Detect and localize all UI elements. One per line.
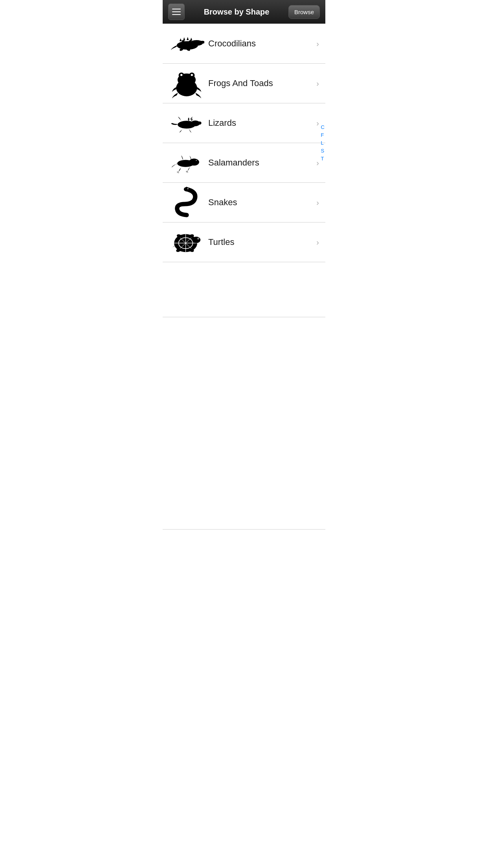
frogs-label: Frogs And Toads <box>208 78 313 88</box>
svg-point-17 <box>191 74 193 76</box>
svg-marker-7 <box>180 39 182 41</box>
list-item-frogs[interactable]: Frogs And Toads › <box>163 64 325 103</box>
category-list: Crocodilians › <box>163 24 325 262</box>
svg-point-24 <box>196 160 198 162</box>
svg-marker-8 <box>183 37 185 40</box>
index-letter-s[interactable]: S <box>321 147 325 154</box>
list-item-snakes[interactable]: Snakes › <box>163 183 325 223</box>
menu-button[interactable] <box>168 4 185 20</box>
svg-point-20 <box>198 121 202 125</box>
browse-button[interactable]: Browse <box>288 5 320 19</box>
svg-point-38 <box>192 237 200 243</box>
snake-icon <box>169 187 204 218</box>
salamander-icon <box>169 147 204 178</box>
svg-point-26 <box>184 187 189 191</box>
page-title: Browse by Shape <box>185 7 288 17</box>
index-letter-l[interactable]: L <box>321 139 325 146</box>
chevron-icon: › <box>316 79 319 88</box>
index-letter-t[interactable]: T <box>321 155 325 162</box>
chevron-icon: › <box>316 238 319 247</box>
index-letter-f[interactable]: F <box>321 131 325 138</box>
svg-point-23 <box>189 158 199 166</box>
turtle-icon <box>169 226 204 258</box>
index-letter-c[interactable]: C <box>321 123 325 131</box>
app-header: Browse by Shape Browse <box>163 0 325 24</box>
svg-point-31 <box>187 188 188 189</box>
turtles-label: Turtles <box>208 237 313 247</box>
salamanders-label: Salamanders <box>208 158 313 168</box>
menu-icon-line3 <box>172 14 181 15</box>
chevron-icon: › <box>316 39 319 48</box>
lizard-icon <box>169 107 204 139</box>
lizards-label: Lizards <box>208 118 313 128</box>
empty-area <box>163 317 325 474</box>
chevron-icon: › <box>316 198 319 207</box>
empty-section-2 <box>163 474 325 530</box>
menu-icon-line2 <box>172 11 181 12</box>
chevron-icon: › <box>316 158 319 167</box>
svg-point-11 <box>198 40 200 42</box>
svg-point-25 <box>196 160 197 161</box>
svg-point-44 <box>198 238 198 239</box>
chevron-icon: › <box>316 119 319 128</box>
svg-point-16 <box>180 74 182 76</box>
alphabetical-index: C F L S T <box>321 123 325 162</box>
list-item-lizards[interactable]: Lizards › <box>163 103 325 143</box>
svg-marker-10 <box>190 38 192 40</box>
list-item-crocodilians[interactable]: Crocodilians › <box>163 24 325 64</box>
crocodilian-icon <box>169 28 204 59</box>
menu-icon-line1 <box>172 9 181 9</box>
crocodilians-label: Crocodilians <box>208 39 313 49</box>
empty-section-1 <box>163 262 325 317</box>
snakes-label: Snakes <box>208 197 313 208</box>
list-item-salamanders[interactable]: Salamanders › <box>163 143 325 183</box>
list-item-turtles[interactable]: Turtles › <box>163 223 325 262</box>
frog-icon <box>169 68 204 99</box>
svg-marker-9 <box>187 37 189 40</box>
svg-point-21 <box>196 121 198 123</box>
